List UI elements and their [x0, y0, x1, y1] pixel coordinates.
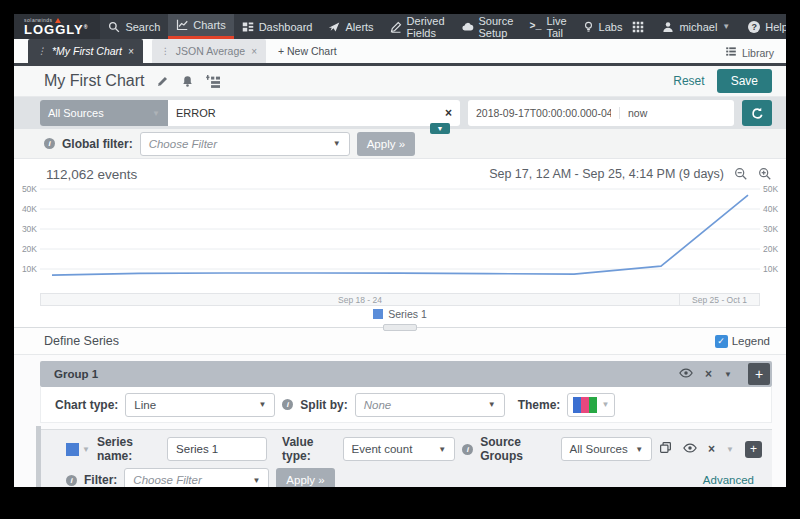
add-group-button[interactable]: +	[748, 363, 770, 385]
eye-icon[interactable]	[683, 440, 697, 458]
global-filter-apply-button[interactable]: Apply »	[357, 132, 415, 156]
app-window: solarwinds LOGGLY® Search Charts Dashboa…	[14, 14, 786, 487]
chart-type-select[interactable]: Line ▼	[125, 393, 275, 417]
advanced-link[interactable]: Advanced	[703, 474, 762, 486]
theme-swatch	[573, 397, 597, 413]
user-icon	[662, 21, 674, 33]
chevron-down-icon: ▼	[635, 445, 643, 454]
tab-drag-icon: ⋮	[37, 46, 46, 56]
date-range-box: ▼	[468, 100, 734, 126]
source-group-selector[interactable]: All Sources ▼	[40, 100, 168, 126]
refresh-search-button[interactable]	[742, 100, 772, 126]
page-title: My First Chart	[44, 72, 144, 90]
eye-icon[interactable]	[679, 365, 693, 383]
chart-header: 112,062 events Sep 17, 12 AM - Sep 25, 4…	[14, 163, 786, 185]
reset-button[interactable]: Reset	[673, 74, 704, 88]
refresh-icon	[751, 107, 764, 120]
chevron-down-icon: ▼	[152, 109, 160, 118]
series-filter-apply-button[interactable]: Apply »	[276, 468, 334, 487]
add-series-button[interactable]: +	[745, 441, 762, 458]
resize-handle[interactable]	[383, 324, 417, 331]
create-alert-icon[interactable]	[181, 75, 194, 88]
events-count: 112,062 events	[46, 167, 137, 182]
series-panel: Group 1 × ▼ + Chart type: Line ▼ i Split…	[14, 355, 786, 487]
expand-search-icon[interactable]: ▼	[430, 123, 450, 134]
define-series-title: Define Series	[44, 334, 119, 348]
tab-json-average[interactable]: ⋮ JSON Average ×	[152, 39, 266, 63]
time-range-label: Sep 17, 12 AM - Sep 25, 4:14 PM (9 days)	[489, 167, 724, 181]
value-type-select[interactable]: Event count ▼	[343, 437, 456, 461]
nav-item-source-setup[interactable]: Source Setup	[453, 14, 522, 39]
source-groups-select[interactable]: All Sources ▼	[561, 437, 653, 461]
clear-search-icon[interactable]: ×	[437, 106, 460, 120]
info-icon: i	[462, 444, 473, 455]
top-nav: solarwinds LOGGLY® Search Charts Dashboa…	[14, 14, 786, 39]
series-filter-row: i Filter: Choose Filter ▼ Apply » Advanc…	[66, 467, 762, 487]
theme-select[interactable]: ▼	[567, 393, 615, 417]
y-axis-left: 10K20K30K40K50K	[14, 187, 40, 291]
series-name-label: Series name:	[97, 435, 160, 463]
nav-item-live-tail[interactable]: >_ Live Tail	[521, 14, 574, 39]
series-color-picker[interactable]: ▼	[66, 443, 90, 456]
live-tail-icon: >_	[529, 21, 541, 32]
tab-my-first-chart[interactable]: ⋮ *My First Chart ×	[28, 39, 143, 63]
value-type-label: Value type:	[282, 435, 336, 463]
help-menu[interactable]: ? Help	[746, 21, 786, 33]
edit-title-icon[interactable]	[156, 75, 169, 88]
nav-item-alerts[interactable]: Alerts	[320, 14, 381, 39]
y-axis-right: 10K20K30K40K50K	[760, 187, 786, 291]
y-tick-label: 10K	[14, 264, 40, 274]
chevron-down-icon: ▼	[258, 400, 266, 409]
global-filter-select[interactable]: Choose Filter ▼	[140, 132, 350, 156]
search-input[interactable]	[168, 107, 437, 119]
close-icon[interactable]: ×	[251, 46, 257, 57]
app-grid-button[interactable]	[630, 21, 646, 33]
new-chart-button[interactable]: + New Chart	[266, 39, 349, 63]
collapse-series-icon[interactable]: ▼	[726, 445, 734, 454]
chart-tab-bar: ⋮ *My First Chart × ⋮ JSON Average × + N…	[14, 39, 786, 66]
remove-series-icon[interactable]: ×	[708, 442, 715, 456]
legend-toggle[interactable]: ✓ Legend	[715, 335, 770, 348]
date-from-input[interactable]	[468, 107, 620, 119]
y-tick-label: 10K	[760, 264, 786, 274]
series-name-input[interactable]	[167, 437, 267, 461]
duplicate-series-icon[interactable]	[659, 440, 672, 458]
nav-item-labs[interactable]: Labs	[575, 14, 631, 39]
nav-item-derived-fields[interactable]: Derived Fields	[382, 14, 453, 39]
nav-item-search[interactable]: Search	[100, 14, 168, 39]
user-name: michael	[679, 21, 717, 33]
remove-group-icon[interactable]: ×	[705, 367, 712, 381]
source-groups-label: Source Groups	[480, 435, 553, 463]
nav-item-charts[interactable]: Charts	[168, 14, 233, 39]
user-menu[interactable]: michael ▼	[660, 21, 732, 33]
add-to-dashboard-icon[interactable]	[206, 75, 221, 88]
collapse-group-icon[interactable]: ▼	[724, 370, 732, 379]
chart-legend[interactable]: Series 1	[14, 306, 786, 322]
search-row: All Sources ▼ × ▼ ▼	[14, 97, 786, 129]
series-filter-select[interactable]: Choose Filter ▼	[124, 468, 269, 487]
y-tick-label: 30K	[760, 224, 786, 234]
close-icon[interactable]: ×	[128, 46, 134, 57]
line-chart[interactable]	[40, 187, 760, 291]
grid-icon	[632, 21, 644, 33]
chart-toolbar: My First Chart Reset Save	[14, 66, 786, 97]
zoom-out-icon[interactable]	[734, 167, 748, 181]
x-axis-label: Sep 18 - 24	[41, 294, 680, 305]
library-button[interactable]: Library	[725, 46, 786, 63]
save-button[interactable]: Save	[717, 69, 772, 93]
chevron-down-icon: ▼	[722, 22, 730, 31]
y-tick-label: 50K	[760, 184, 786, 194]
nav-item-dashboard[interactable]: Dashboard	[234, 14, 321, 39]
date-to-input[interactable]	[620, 107, 734, 119]
plot-area[interactable]: 10K20K30K40K50K 10K20K30K40K50K	[14, 185, 786, 291]
split-by-label: Split by:	[300, 398, 347, 412]
checkbox-checked-icon[interactable]: ✓	[715, 335, 728, 348]
split-by-select[interactable]: None ▼	[355, 393, 505, 417]
tab-drag-icon: ⋮	[161, 46, 170, 56]
info-icon: i	[66, 475, 77, 486]
group-title: Group 1	[54, 368, 98, 380]
loggly-logo[interactable]: solarwinds LOGGLY®	[14, 14, 100, 39]
zoom-in-icon[interactable]	[758, 167, 772, 181]
define-series-header: Define Series ✓ Legend	[14, 327, 786, 355]
source-setup-icon	[461, 21, 474, 33]
